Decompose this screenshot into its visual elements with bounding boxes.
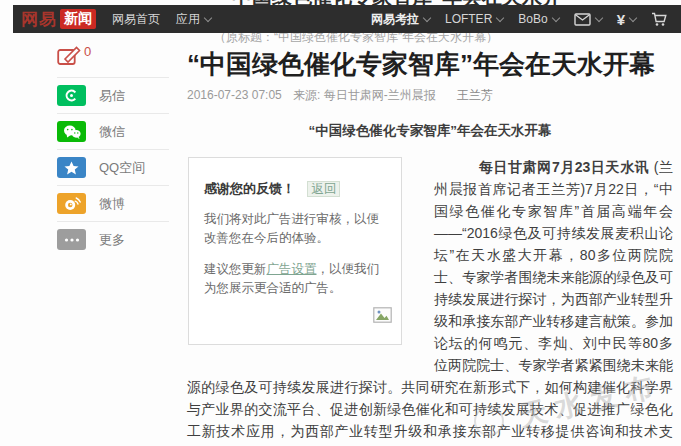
share-yixin-button[interactable]: 易信 <box>57 77 169 113</box>
article-author: 王兰芳 <box>457 88 493 102</box>
nav-mail-menu[interactable] <box>574 13 602 26</box>
ad-line2-prefix: 建议您更新 <box>204 262 267 276</box>
share-yixin-label: 易信 <box>99 87 125 105</box>
nav-home-link[interactable]: 网易首页 <box>112 11 160 28</box>
chevron-down-icon <box>423 13 431 21</box>
ad-settings-link[interactable]: 广告设置 <box>267 262 317 276</box>
nav-bobo-menu[interactable]: BoBo <box>518 12 558 26</box>
nav-apps-menu[interactable]: 应用 <box>176 11 211 28</box>
source-label: 来源: <box>293 88 324 102</box>
more-dots-icon <box>57 229 86 250</box>
nav-kaola-menu[interactable]: 网易考拉 <box>371 11 430 28</box>
weibo-icon <box>57 193 86 214</box>
nav-kaola-label: 网易考拉 <box>371 11 419 28</box>
article-meta: 2016-07-23 07:05 来源: 每日甘肃网-兰州晨报 王兰芳 <box>187 87 673 104</box>
chevron-down-icon <box>594 13 602 21</box>
chevron-down-icon <box>496 13 504 21</box>
chevron-down-icon <box>629 13 637 21</box>
article-body: 感谢您的反馈！ 返回 我们将对此广告进行审核，以便改善您在今后的体验。 建议您更… <box>187 156 673 446</box>
qzone-star-icon <box>57 157 86 178</box>
wechat-icon <box>57 121 86 142</box>
article-date: 2016-07-23 07:05 <box>187 88 282 102</box>
top-navbar: 网易 新闻 网易首页 应用 网易考拉 LOFTER BoBo <box>13 5 681 33</box>
ad-feedback-title: 感谢您的反馈！ <box>204 181 295 196</box>
share-more-label: 更多 <box>99 231 125 249</box>
yen-icon: ¥ <box>617 11 625 28</box>
share-more-button[interactable]: 更多 <box>57 221 169 257</box>
paragraph-lead: 每日甘肃网7月23日天水讯 <box>479 159 649 175</box>
logo-netease-text: 网易 <box>21 8 57 31</box>
share-wechat-label: 微信 <box>99 123 125 141</box>
image-caption: “中国绿色催化专家智库”年会在天水开幕 <box>187 122 673 140</box>
nav-home-label: 网易首页 <box>112 11 160 28</box>
nav-cart-button[interactable] <box>651 12 667 27</box>
ad-feedback-line2: 建议您更新广告设置，以便我们为您展示更合适的广告。 <box>204 260 386 298</box>
comment-count: 0 <box>84 44 91 59</box>
article-title: “中国绿色催化专家智库”年会在天水开幕 <box>187 48 673 81</box>
nav-bobo-label: BoBo <box>518 12 547 26</box>
netease-news-logo[interactable]: 网易 新闻 <box>21 8 96 31</box>
mail-icon <box>574 13 591 26</box>
logo-news-text: 新闻 <box>60 9 96 29</box>
broken-image-icon <box>373 307 392 327</box>
nav-lofter-menu[interactable]: LOFTER <box>445 12 503 26</box>
nav-pay-menu[interactable]: ¥ <box>617 11 636 28</box>
share-sidebar: 0 易信 微信 <box>57 46 169 257</box>
comment-edit-icon <box>57 46 81 68</box>
yixin-icon <box>57 85 86 106</box>
article-main: “中国绿色催化专家智库”年会在天水开幕 2016-07-23 07:05 来源:… <box>187 44 673 446</box>
nav-apps-label: 应用 <box>176 11 200 28</box>
share-weibo-button[interactable]: 微博 <box>57 185 169 221</box>
article-source: 每日甘肃网-兰州晨报 <box>324 88 436 102</box>
share-wechat-button[interactable]: 微信 <box>57 113 169 149</box>
comment-button[interactable]: 0 <box>57 46 169 72</box>
share-weibo-label: 微博 <box>99 195 125 213</box>
share-qzone-button[interactable]: QQ空间 <box>57 149 169 185</box>
ad-feedback-panel: 感谢您的反馈！ 返回 我们将对此广告进行审核，以便改善您在今后的体验。 建议您更… <box>188 157 402 345</box>
nav-lofter-label: LOFTER <box>445 12 492 26</box>
chevron-down-icon <box>551 13 559 21</box>
share-qzone-label: QQ空间 <box>99 159 145 177</box>
ad-feedback-line1: 我们将对此广告进行审核，以便改善您在今后的体验。 <box>204 210 386 248</box>
cart-icon <box>651 12 667 27</box>
ad-back-link[interactable]: 返回 <box>307 181 340 197</box>
chevron-down-icon <box>204 13 212 21</box>
